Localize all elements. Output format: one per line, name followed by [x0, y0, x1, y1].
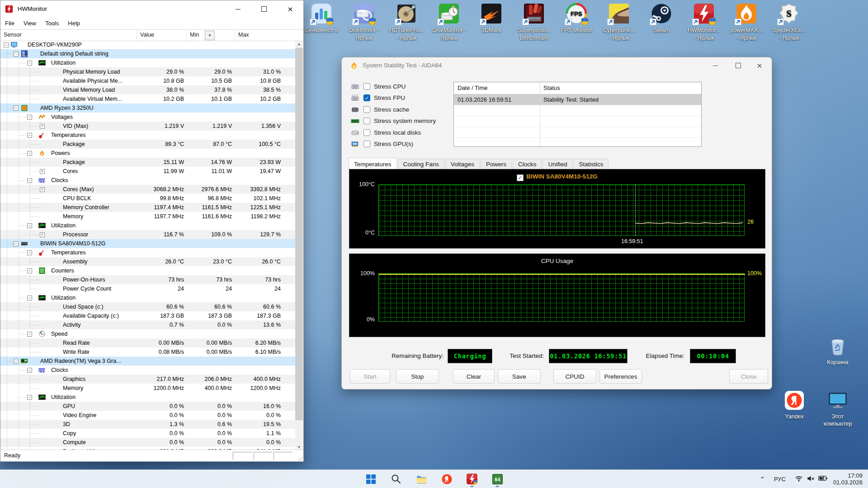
collapse-toggle-icon[interactable]: −: [27, 395, 32, 400]
collapse-toggle-icon[interactable]: −: [27, 368, 32, 373]
sensor-group-row[interactable]: −Clocks: [0, 366, 296, 375]
cpuid-button[interactable]: CPUID: [553, 369, 596, 384]
collapse-toggle-icon[interactable]: −: [27, 250, 32, 255]
stress-option-stress-cache[interactable]: Stress cache: [351, 104, 409, 115]
sensor-group-row[interactable]: −BIWIN SA80V4M10-512G: [0, 239, 296, 248]
clear-button[interactable]: Clear: [453, 369, 495, 384]
menu-view[interactable]: View: [19, 18, 41, 29]
desktop-icon-this-pc[interactable]: Этот компьютер: [817, 389, 859, 427]
sensor-row[interactable]: GPU0.0 %0.0 %16.0 %: [0, 402, 296, 411]
checkbox[interactable]: ✓: [363, 94, 370, 101]
stop-button[interactable]: Stop: [396, 369, 439, 384]
quick-settings[interactable]: [791, 471, 831, 487]
desktop-icon-cyberpunk[interactable]: Cyberpunk... - Ярлык: [598, 3, 640, 42]
desktop-icon-powermax[interactable]: powerMAX... - Ярлык: [725, 3, 768, 42]
tab-unified[interactable]: Unified: [542, 159, 572, 169]
sensor-group-row[interactable]: −Utilization: [0, 393, 296, 402]
desktop-icon-superposition[interactable]: Superpositi... Benchmark: [513, 3, 555, 42]
sensor-group-row[interactable]: −Clocks: [0, 176, 296, 185]
sensor-row[interactable]: Memory Controller1197.4 MHz1161.5 MHz122…: [0, 203, 296, 212]
sensor-group-row[interactable]: −AMD Radeon(TM) Vega 3 Gra...: [0, 357, 296, 366]
sensor-group-row[interactable]: −Utilization: [0, 58, 296, 67]
resize-grip[interactable]: [296, 454, 303, 461]
sensor-row[interactable]: Available Virtual Mem...10.2 GB10.1 GB10…: [0, 94, 296, 103]
menu-file[interactable]: File: [0, 18, 19, 29]
expand-toggle-icon[interactable]: +: [40, 232, 45, 237]
sensor-row[interactable]: Package89.3 °C87.0 °C100.5 °C: [0, 140, 296, 149]
sensor-row[interactable]: Power Cycle Count242424: [0, 284, 296, 293]
scroll-up-icon[interactable]: ▲: [295, 40, 303, 48]
close-button[interactable]: ✕: [277, 0, 303, 18]
tab-voltages[interactable]: Voltages: [445, 159, 480, 169]
tab-clocks[interactable]: Clocks: [513, 159, 542, 169]
taskbar-start-button[interactable]: [361, 470, 380, 488]
tab-cooling-fans[interactable]: Cooling Fans: [398, 159, 445, 169]
minimize-button[interactable]: [705, 57, 726, 74]
sensor-row[interactable]: CPU BCLK99.8 MHz96.8 MHz102.1 MHz: [0, 194, 296, 203]
desktop-icon-geekbench[interactable]: Geekbench 6: [300, 3, 343, 42]
sensor-row[interactable]: Copy0.0 %0.0 %1.1 %: [0, 429, 296, 438]
expand-toggle-icon[interactable]: +: [40, 124, 45, 129]
collapse-toggle-icon[interactable]: −: [14, 106, 19, 111]
minimize-button[interactable]: [225, 0, 251, 18]
stress-option-stress-local-disks[interactable]: Stress local disks: [351, 127, 421, 138]
taskbar-search-button[interactable]: [387, 470, 406, 488]
aida64-titlebar[interactable]: System Stability Test - AIDA64 ✕: [342, 57, 772, 74]
desktop-icon-steam[interactable]: Steam: [640, 3, 683, 42]
sensor-row[interactable]: Used Space (c:)60.6 %60.6 %60.6 %: [0, 302, 296, 311]
collapse-toggle-icon[interactable]: −: [27, 115, 32, 120]
collapse-toggle-icon[interactable]: −: [14, 241, 19, 246]
desktop-icon-threedmark[interactable]: 3DMark: [470, 3, 513, 42]
sensor-row[interactable]: Available Physical Me...10.8 GB10.5 GB10…: [0, 76, 296, 85]
stress-option-stress-gpu-s-[interactable]: Stress GPU(s): [351, 139, 413, 150]
collapse-toggle-icon[interactable]: −: [27, 178, 32, 183]
collapse-toggle-icon[interactable]: −: [14, 52, 19, 56]
stress-option-stress-cpu[interactable]: Stress CPU: [351, 81, 406, 92]
collapse-toggle-icon[interactable]: −: [27, 61, 32, 66]
maximize-button[interactable]: [728, 57, 749, 74]
checkbox[interactable]: [363, 106, 370, 113]
checkbox[interactable]: [363, 141, 370, 147]
tab-temperatures[interactable]: Temperatures: [349, 158, 397, 169]
start-button[interactable]: Start: [350, 369, 390, 384]
sensor-row[interactable]: Video Engine0.0 %0.0 %0.0 %: [0, 411, 296, 420]
desktop-icon-diskmark[interactable]: DiskMark64 - Ярлык: [428, 3, 470, 42]
desktop-icon-recycle-bin[interactable]: Корзина: [817, 335, 859, 366]
sensor-group-row[interactable]: −DESKTOP-VKM290P: [0, 40, 296, 49]
desktop-icon-hdtune[interactable]: HDTunePro... - Ярлык: [385, 3, 428, 42]
sensor-row[interactable]: Virtual Memory Load38.0 %37.8 %38.5 %: [0, 85, 296, 94]
save-button[interactable]: Save: [498, 369, 541, 384]
sensor-group-row[interactable]: −Powers: [0, 149, 296, 158]
sensor-group-row[interactable]: −Temperatures: [0, 131, 296, 140]
sensor-row[interactable]: Package15.11 W14.76 W23.93 W: [0, 158, 296, 167]
preferences-button[interactable]: Preferences: [599, 369, 642, 384]
desktop-icon-yandex[interactable]: Yandex: [774, 389, 815, 420]
sensor-group-row[interactable]: −AMD Ryzen 3 3250U: [0, 103, 296, 113]
clock[interactable]: 17:09 01.03.2026: [833, 472, 865, 486]
close-button[interactable]: Close: [729, 369, 768, 384]
collapse-toggle-icon[interactable]: −: [27, 268, 32, 273]
collapse-toggle-icon[interactable]: −: [27, 296, 32, 300]
desktop-icon-hwmonitor[interactable]: HWMonitor... - Ярлык: [683, 3, 725, 42]
scrollbar-thumb[interactable]: [295, 48, 303, 420]
sensor-row[interactable]: +Cores (Max)3068.2 MHz2976.6 MHz3392.8 M…: [0, 185, 296, 194]
collapse-toggle-icon[interactable]: −: [27, 223, 32, 228]
column-header-value[interactable]: Value: [137, 30, 187, 40]
checkbox[interactable]: [363, 117, 370, 124]
sensor-row[interactable]: Memory1197.7 MHz1161.6 MHz1198.2 MHz: [0, 212, 296, 221]
expand-toggle-icon[interactable]: +: [40, 187, 45, 192]
sensor-group-row[interactable]: −Voltages: [0, 113, 296, 122]
checkbox[interactable]: [363, 129, 370, 136]
sensor-row[interactable]: Physical Memory Load29.0 %29.0 %31.0 %: [0, 67, 296, 76]
sensor-group-row[interactable]: −Default string Default string: [0, 49, 296, 58]
log-column-status[interactable]: Status: [543, 82, 560, 94]
log-row[interactable]: 01.03.2026 16:59:51 Stability Test: Star…: [454, 94, 701, 105]
close-button[interactable]: ✕: [749, 57, 770, 74]
sensor-group-row[interactable]: −Utilization: [0, 293, 296, 302]
hwmonitor-titlebar[interactable]: HWMonitor ✕: [0, 0, 303, 18]
collapse-toggle-icon[interactable]: −: [27, 151, 32, 156]
collapse-toggle-icon[interactable]: −: [14, 359, 19, 364]
collapse-toggle-icon[interactable]: −: [27, 332, 32, 337]
sensor-row[interactable]: 3D1.3 %0.6 %19.5 %: [0, 420, 296, 429]
sensor-row[interactable]: Available Capacity (c:)187.3 GB187.3 GB1…: [0, 311, 296, 320]
